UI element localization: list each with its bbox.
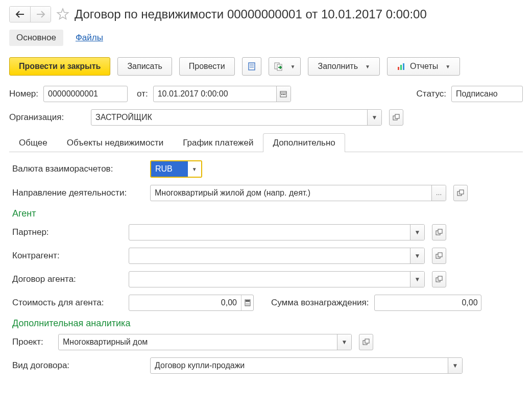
svg-point-26 — [246, 303, 247, 304]
section-tab-main[interactable]: Основное — [9, 30, 63, 46]
tab-objects[interactable]: Объекты недвижимости — [57, 133, 174, 152]
svg-point-29 — [246, 304, 247, 305]
nav-buttons — [9, 6, 51, 22]
open-icon — [393, 114, 400, 121]
agent-cost-label: Стоимость для агента: — [12, 298, 124, 308]
svg-rect-21 — [438, 253, 442, 257]
caret-down-icon: ▼ — [372, 114, 378, 121]
counterparty-label: Контрагент: — [12, 251, 124, 261]
counterparty-input[interactable]: ▼ — [129, 248, 425, 264]
contract-type-input[interactable]: Договор купли-продажи ▼ — [150, 357, 463, 374]
contract-type-value: Договор купли-продажи — [151, 361, 448, 370]
org-label: Организация: — [9, 112, 86, 123]
calendar-button[interactable] — [276, 86, 291, 102]
list-icon — [247, 62, 256, 71]
currency-select[interactable]: RUB ▼ — [150, 160, 202, 178]
svg-rect-6 — [398, 67, 399, 70]
caret-down-icon: ▼ — [445, 64, 450, 69]
caret-down-icon: ▼ — [415, 276, 421, 283]
reports-button-label: Отчеты — [410, 62, 438, 71]
dropdown-button[interactable]: ▼ — [410, 225, 424, 240]
svg-point-30 — [247, 304, 248, 305]
partner-input[interactable]: ▼ — [129, 224, 425, 240]
org-value: ЗАСТРОЙЩИК — [91, 113, 367, 122]
dropdown-button[interactable]: ▼ — [410, 272, 424, 287]
page-title: Договор по недвижимости 00000000001 от 1… — [75, 7, 427, 21]
svg-rect-15 — [395, 114, 399, 118]
import-icon — [274, 62, 283, 71]
tab-additional[interactable]: Дополнительно — [263, 133, 345, 152]
ellipsis-button[interactable]: … — [431, 185, 446, 201]
svg-rect-17 — [460, 190, 464, 194]
back-button[interactable] — [10, 7, 30, 22]
favorite-star-icon[interactable] — [55, 7, 70, 22]
open-icon — [436, 276, 443, 283]
reward-label: Сумма вознаграждения: — [271, 298, 369, 308]
caret-down-icon: ▼ — [342, 339, 348, 346]
currency-label: Валюта взаиморасчетов: — [12, 164, 145, 174]
agent-cost-input[interactable]: 0,00 — [129, 295, 254, 311]
fill-button[interactable]: Заполнить ▼ — [308, 57, 379, 76]
reports-button[interactable]: Отчеты ▼ — [387, 57, 460, 76]
from-label: от: — [137, 89, 148, 99]
svg-rect-13 — [284, 94, 285, 95]
open-button[interactable] — [432, 248, 446, 264]
svg-point-28 — [248, 303, 249, 304]
svg-rect-8 — [403, 63, 404, 70]
dropdown-button[interactable]: ▼ — [337, 334, 351, 350]
agent-contract-label: Договор агента: — [12, 274, 124, 284]
open-button[interactable] — [432, 271, 446, 287]
caret-down-icon: ▼ — [452, 362, 458, 369]
org-input[interactable]: ЗАСТРОЙЩИК ▼ — [91, 109, 382, 126]
project-label: Проект: — [12, 337, 53, 347]
direction-value: Многоквартирый жилой дом (напр. деят.) — [151, 188, 431, 198]
contract-type-label: Вид договора: — [12, 360, 145, 371]
number-label: Номер: — [9, 89, 38, 99]
svg-rect-0 — [249, 63, 255, 70]
calculator-button[interactable] — [241, 295, 253, 310]
agent-heading: Агент — [12, 208, 520, 219]
tab-content-additional: Валюта взаиморасчетов: RUB ▼ Направление… — [9, 160, 523, 374]
open-button[interactable] — [453, 185, 468, 201]
analytics-heading: Дополнительная аналитика — [12, 318, 520, 329]
direction-label: Направление деятельности: — [12, 188, 145, 198]
dropdown-button[interactable]: ▼ — [448, 358, 462, 373]
open-icon — [362, 339, 370, 346]
bar-chart-icon — [397, 62, 406, 71]
date-value: 10.01.2017 0:00:00 — [154, 89, 276, 99]
import-button[interactable]: ▼ — [269, 57, 301, 76]
ellipsis-icon: … — [436, 189, 442, 197]
tab-general[interactable]: Общее — [9, 133, 57, 152]
direction-input[interactable]: Многоквартирый жилой дом (напр. деят.) … — [150, 185, 446, 201]
partner-label: Партнер: — [12, 227, 124, 237]
agent-contract-input[interactable]: ▼ — [129, 271, 425, 287]
project-input[interactable]: Многоквартирный дом ▼ — [58, 334, 352, 350]
dropdown-button[interactable]: ▼ — [410, 248, 424, 263]
open-icon — [436, 252, 443, 259]
post-button[interactable]: Провести — [179, 57, 235, 76]
caret-down-icon: ▼ — [365, 64, 370, 69]
svg-rect-12 — [283, 94, 284, 95]
post-and-close-button[interactable]: Провести и закрыть — [9, 57, 110, 76]
svg-rect-11 — [281, 94, 282, 95]
fill-button-label: Заполнить — [318, 62, 358, 71]
forward-button[interactable] — [30, 7, 51, 22]
content-tabs: Общее Объекты недвижимости График платеж… — [9, 133, 523, 152]
reward-input[interactable]: 0,00 — [374, 295, 481, 311]
number-input[interactable]: 00000000001 — [43, 86, 128, 102]
save-button[interactable]: Записать — [117, 57, 172, 76]
open-icon — [436, 229, 443, 236]
open-button[interactable] — [359, 334, 373, 350]
caret-down-icon: ▼ — [415, 229, 421, 236]
section-tab-files[interactable]: Файлы — [76, 30, 103, 46]
status-input[interactable]: Подписано — [451, 86, 523, 102]
open-button[interactable] — [389, 109, 403, 126]
project-value: Многоквартирный дом — [59, 337, 337, 347]
list-button[interactable] — [242, 57, 261, 76]
tab-schedule[interactable]: График платежей — [173, 133, 263, 152]
open-button[interactable] — [432, 224, 446, 240]
svg-rect-19 — [438, 229, 442, 233]
dropdown-button[interactable]: ▼ — [367, 110, 381, 125]
dropdown-button[interactable]: ▼ — [188, 161, 201, 177]
date-input[interactable]: 10.01.2017 0:00:00 — [153, 86, 291, 102]
